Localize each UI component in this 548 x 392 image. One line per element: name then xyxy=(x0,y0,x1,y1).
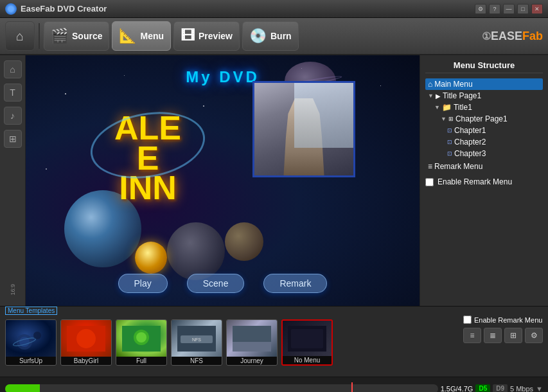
left-sidebar: ⌂ T ♪ ⊞ 16:9 xyxy=(0,55,26,306)
title1-label: Title1 xyxy=(454,103,472,112)
grid-view-button[interactable]: ≣ xyxy=(484,328,502,343)
pb-position-marker xyxy=(351,382,353,393)
mbps-label: 5 Mbps xyxy=(510,385,533,393)
template-list: SurfsUp BabyGirl Full xyxy=(5,319,543,366)
enable-remark-checkbox[interactable] xyxy=(425,178,434,186)
burn-label: Burn xyxy=(270,31,292,41)
app-logo-icon xyxy=(5,3,17,15)
preview-icon: 🎞 xyxy=(181,28,195,44)
template-full[interactable]: Full xyxy=(116,319,167,366)
title-bar-controls[interactable]: ⚙ ? — □ ✕ xyxy=(475,4,543,14)
enable-remark-checkbox-2[interactable] xyxy=(463,316,472,324)
remark-tree-icon: ≡ xyxy=(428,162,432,171)
full-thumb xyxy=(116,320,166,357)
chapter1-label: Chapter1 xyxy=(454,126,486,135)
list-view-button[interactable]: ≡ xyxy=(463,328,481,343)
settings-ctrl-button[interactable]: ⚙ xyxy=(525,328,543,343)
enable-remark-container: Enable Remark Menu xyxy=(425,177,543,186)
template-journey[interactable]: Journey xyxy=(226,319,278,366)
dvd-preview: ALEEINN My DVD Play Scene Remark xyxy=(26,55,420,306)
size-info: 1.5G/4.7G xyxy=(441,385,473,393)
title-page1-label: Title Page1 xyxy=(443,91,481,100)
tree-chapter2[interactable]: ⊡ Chapter2 xyxy=(425,136,543,148)
menu-structure-title: Menu Structure xyxy=(425,60,543,73)
remark-menu-label: Remark Menu xyxy=(434,162,482,171)
minimize-button[interactable]: — xyxy=(503,4,515,14)
home-button[interactable]: ⌂ xyxy=(5,21,35,51)
play-tree-icon: ▶ xyxy=(436,93,441,100)
title-bar: EaseFab DVD Creator ⚙ ? — □ ✕ xyxy=(0,0,548,18)
settings-button[interactable]: ⚙ xyxy=(475,4,486,14)
d9-tag: D9 xyxy=(493,384,508,392)
template-controls: Enable Remark Menu ≡ ≣ ⊞ ⚙ xyxy=(463,316,543,343)
tree-chapter1[interactable]: ⊡ Chapter1 xyxy=(425,125,543,136)
main-menu-label: Main Menu xyxy=(434,80,472,89)
video-thumbnail[interactable] xyxy=(252,81,355,177)
menu-label: Menu xyxy=(140,31,164,41)
ale-inn-logo: ALEEINN xyxy=(77,94,218,222)
burn-icon: 💿 xyxy=(249,28,267,44)
source-button[interactable]: 🎬 Source xyxy=(44,21,109,51)
tree-title1[interactable]: ▼ 📁 Title1 xyxy=(425,102,543,113)
template-nfs[interactable]: NFS NFS xyxy=(171,319,222,366)
burn-button[interactable]: 💿 Burn xyxy=(242,21,299,51)
home-icon: ⌂ xyxy=(16,29,24,44)
grid-side-button[interactable]: ⊞ xyxy=(4,130,22,148)
pb-green-segment xyxy=(5,384,40,393)
expand-button[interactable]: ⊞ xyxy=(504,328,522,343)
tree-title-page1[interactable]: ▼ ▶ Title Page1 xyxy=(425,90,543,102)
svg-rect-15 xyxy=(291,329,323,348)
template-babygirl[interactable]: BabyGirl xyxy=(60,319,112,366)
home-tree-icon: ⌂ xyxy=(428,80,432,89)
help-button[interactable]: ? xyxy=(489,4,500,14)
pb-track: 0.5G 1G 1.5G 2G 2.5G 3G 3.5G 4G 4.5G 5G xyxy=(5,384,438,393)
progress-bar: 0.5G 1G 1.5G 2G 2.5G 3G 3.5G 4G 4.5G 5G … xyxy=(0,377,548,392)
tree-chapter-page1[interactable]: ▼ ⊞ Chapter Page1 xyxy=(425,113,543,125)
menu-button[interactable]: 📐 Menu xyxy=(112,21,171,51)
mbps-dropdown[interactable]: ▼ xyxy=(536,385,543,393)
preview-button[interactable]: 🎞 Preview xyxy=(173,21,240,51)
nfs-name: NFS xyxy=(172,357,222,365)
tree-main-menu[interactable]: ⌂ Main Menu xyxy=(425,78,543,90)
template-surfsup[interactable]: SurfsUp xyxy=(5,319,57,366)
tree-chapter3[interactable]: ⊡ Chapter3 xyxy=(425,148,543,159)
nomenu-thumb xyxy=(283,321,331,356)
dvd-buttons: Play Scene Remark xyxy=(26,274,420,293)
nfs-thumb: NFS xyxy=(172,320,222,357)
maximize-button[interactable]: □ xyxy=(517,4,529,14)
scene-button[interactable]: Scene xyxy=(187,274,245,293)
chapters-tree-icon: ⊞ xyxy=(448,116,454,122)
ctrl-buttons-row: ≡ ≣ ⊞ ⚙ xyxy=(463,328,543,343)
ruler-icon: 📐 xyxy=(119,28,136,44)
svg-point-5 xyxy=(76,329,96,348)
music-side-button[interactable]: ♪ xyxy=(4,107,22,125)
chapter3-icon: ⊡ xyxy=(447,150,452,157)
svg-text:NFS: NFS xyxy=(192,337,201,342)
template-label: Menu Templates xyxy=(5,307,57,315)
separator xyxy=(39,23,40,49)
template-nomenu[interactable]: No Menu xyxy=(281,319,333,366)
enable-remark-label: Enable Remark Menu xyxy=(438,177,512,186)
full-name: Full xyxy=(116,357,166,365)
chevron-icon: ▼ xyxy=(428,93,434,99)
play-button[interactable]: Play xyxy=(118,274,168,293)
tree-remark-menu[interactable]: ≡ Remark Menu xyxy=(425,161,543,172)
film-icon: 🎬 xyxy=(51,28,68,44)
close-button[interactable]: ✕ xyxy=(531,4,543,14)
dvd-title: My DVD xyxy=(186,68,260,86)
preview-canvas[interactable]: ALEEINN My DVD Play Scene Remark xyxy=(26,55,420,306)
toolbar: ⌂ 🎬 Source 📐 Menu 🎞 Preview 💿 Burn ① EAS… xyxy=(0,18,548,55)
text-side-button[interactable]: T xyxy=(4,84,22,102)
menu-structure-panel: Menu Structure ⌂ Main Menu ▼ ▶ Title Pag… xyxy=(420,55,548,306)
preview-label: Preview xyxy=(199,31,233,41)
babygirl-name: BabyGirl xyxy=(61,357,111,365)
home-side-button[interactable]: ⌂ xyxy=(4,60,22,78)
brand-logo: ① EASE Fab xyxy=(482,30,543,43)
svg-point-3 xyxy=(33,332,41,339)
folder-tree-icon: 📁 xyxy=(442,103,452,112)
template-strip: Menu Templates SurfsUp BabyGir xyxy=(0,306,548,377)
chapter-page1-label: Chapter Page1 xyxy=(455,114,508,123)
remark-button[interactable]: Remark xyxy=(263,274,327,293)
chapter2-icon: ⊡ xyxy=(447,139,452,145)
surfsup-name: SurfsUp xyxy=(6,357,56,365)
